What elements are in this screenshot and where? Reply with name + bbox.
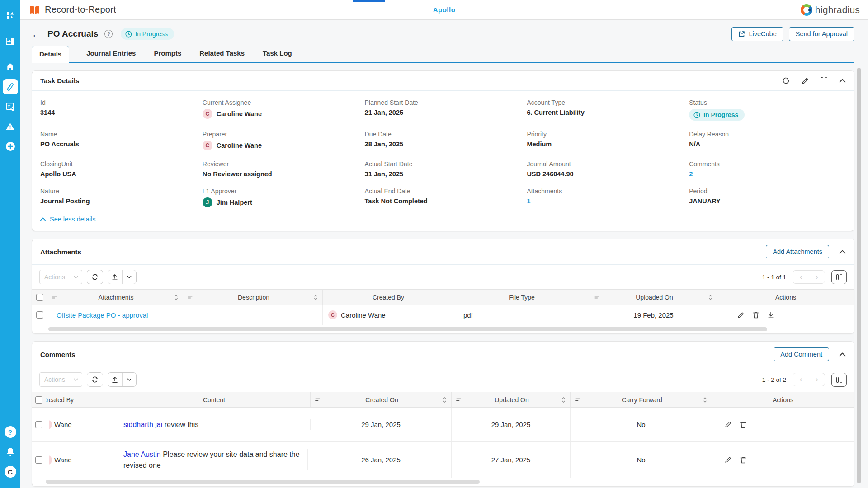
upload-button[interactable] (108, 270, 122, 284)
chevron-down-icon (127, 378, 132, 381)
attachment-link[interactable]: Offsite Package PO - approval (57, 311, 148, 319)
next-page-button[interactable]: › (809, 271, 825, 283)
export-split-button (108, 270, 137, 284)
filter-icon[interactable] (456, 398, 462, 402)
field-due-date: Due Date 28 Jan, 2025 (365, 131, 522, 150)
columns-icon[interactable] (821, 77, 827, 84)
delete-icon[interactable] (740, 456, 746, 464)
sort-icon[interactable] (708, 294, 712, 300)
filter-icon[interactable] (315, 398, 321, 402)
refresh-button[interactable] (87, 372, 103, 387)
status-badge-label: In Progress (135, 30, 168, 38)
alerts-button[interactable] (3, 119, 18, 134)
mention-link[interactable]: Jane Austin (123, 450, 161, 458)
send-for-approval-button[interactable]: Send for Approval (789, 27, 854, 41)
tab-prompts[interactable]: Prompts (153, 45, 182, 62)
column-header: Actions (773, 396, 793, 404)
tab-details[interactable]: Details (32, 46, 69, 63)
columns-icon (836, 377, 842, 383)
row-checkbox[interactable] (35, 421, 42, 428)
tab-task-log[interactable]: Task Log (262, 45, 293, 62)
upload-button[interactable] (108, 373, 122, 386)
export-split-button (108, 372, 137, 387)
sort-icon[interactable] (314, 294, 318, 300)
edit-icon[interactable] (802, 77, 809, 84)
help-button[interactable]: ? (3, 424, 18, 440)
prev-page-button[interactable]: ‹ (793, 271, 809, 283)
collapse-icon[interactable] (839, 79, 846, 83)
tab-journal-entries[interactable]: Journal Entries (85, 45, 137, 62)
topbar: Record-to-Report Apollo highradius (20, 0, 868, 20)
upload-menu-button[interactable] (122, 270, 136, 284)
row-checkbox[interactable] (36, 311, 43, 319)
user-avatar: C (5, 466, 16, 478)
sidebar-divider (5, 419, 16, 419)
created-by-cell: Wane (54, 456, 72, 464)
delete-icon[interactable] (753, 311, 759, 319)
mention-link[interactable]: siddharth jai (123, 421, 162, 428)
select-all-checkbox[interactable] (36, 294, 43, 301)
filter-icon[interactable] (594, 295, 600, 300)
filter-icon[interactable] (52, 295, 58, 300)
highradius-logo-text: highradius (815, 5, 860, 15)
edit-icon[interactable] (725, 456, 731, 463)
columns-button[interactable] (831, 373, 847, 387)
record-to-report-button[interactable] (3, 79, 18, 94)
task-details-card: Task Details Id 3144 C (32, 70, 854, 231)
filter-icon[interactable] (575, 398, 581, 402)
apps-menu-button[interactable] (3, 8, 18, 23)
upload-icon (112, 376, 118, 383)
field-actual-end-date: Actual End Date Task Not Completed (365, 188, 522, 207)
columns-icon (836, 274, 842, 280)
delete-icon[interactable] (740, 421, 746, 428)
add-comment-button[interactable]: Add Comment (774, 347, 829, 361)
notifications-button[interactable] (3, 444, 18, 460)
prev-page-button[interactable]: ‹ (793, 373, 809, 386)
field-preparer: Preparer C Caroline Wane (203, 131, 359, 150)
vertical-scrollbar[interactable] (857, 68, 861, 483)
back-button[interactable]: ← (32, 29, 41, 39)
created-on-cell: 29 Jan, 2025 (311, 408, 452, 441)
collapse-icon[interactable] (839, 352, 846, 357)
scrollbar-thumb[interactable] (46, 480, 480, 484)
attachments-count-link[interactable]: 1 (527, 197, 530, 205)
filter-icon[interactable] (188, 295, 193, 300)
home-button[interactable] (3, 59, 18, 75)
refresh-icon[interactable] (782, 77, 790, 84)
scrollbar-thumb[interactable] (48, 327, 767, 331)
select-all-checkbox[interactable] (35, 396, 42, 404)
refresh-button[interactable] (87, 270, 103, 284)
sort-icon[interactable] (443, 397, 447, 403)
info-icon[interactable]: ? (104, 30, 113, 38)
user-avatar-button[interactable]: C (3, 464, 18, 479)
livecube-button[interactable]: LiveCube (731, 27, 783, 41)
upload-menu-button[interactable] (122, 373, 136, 386)
upload-icon (112, 274, 118, 281)
actions-dropdown[interactable]: Actions (39, 372, 82, 387)
collapse-panel-button[interactable] (3, 33, 18, 49)
columns-button[interactable] (831, 270, 847, 284)
field-priority: Priority Medium (527, 131, 684, 150)
sort-icon[interactable] (174, 294, 178, 300)
tasklist-button[interactable] (3, 99, 18, 114)
comment-row: Wane Jane Austin Please review your site… (32, 442, 854, 478)
edit-icon[interactable] (737, 312, 744, 319)
create-button[interactable] (3, 139, 18, 154)
comments-count-link[interactable]: 2 (689, 170, 693, 178)
add-attachments-button[interactable]: Add Attachments (766, 245, 829, 258)
row-checkbox[interactable] (35, 456, 42, 464)
actions-dropdown[interactable]: Actions (39, 270, 82, 284)
download-icon[interactable] (768, 312, 774, 319)
sort-icon[interactable] (561, 397, 566, 403)
next-page-button[interactable]: › (809, 373, 825, 386)
edit-icon[interactable] (725, 421, 731, 428)
avatar: C (203, 141, 212, 150)
sort-icon[interactable] (703, 397, 707, 403)
see-less-details-link[interactable]: See less details (32, 210, 854, 231)
horizontal-scrollbar (32, 479, 854, 485)
collapse-icon[interactable] (839, 250, 846, 254)
comment-content: Jane Austin Please review your site data… (118, 449, 308, 470)
pager: ‹ › (793, 373, 825, 386)
field-account-type: Account Type 6. Current Liability (527, 99, 684, 121)
tab-related-tasks[interactable]: Related Tasks (198, 45, 245, 62)
